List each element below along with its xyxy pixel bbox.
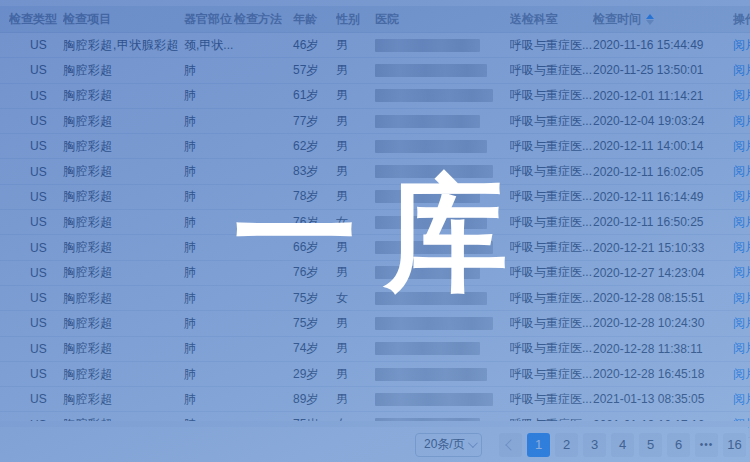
page-button-16[interactable]: 16 — [723, 433, 746, 457]
cell-item: 胸腔彩超 — [63, 239, 184, 256]
view-images-link[interactable]: 阅片 — [733, 367, 750, 381]
cell-action: 阅片 — [733, 163, 750, 180]
cell-item: 胸腔彩超 — [63, 188, 184, 205]
cell-time: 2020-12-01 11:14:21 — [593, 89, 733, 103]
cell-dept: 呼吸与重症医... — [510, 188, 593, 205]
cell-action: 阅片 — [733, 264, 750, 281]
view-images-link[interactable]: 阅片 — [733, 189, 750, 203]
cell-type: US — [9, 316, 63, 330]
cell-organ: 肺 — [184, 264, 234, 281]
column-header-label: 检查方法 — [234, 11, 282, 28]
cell-hospital — [375, 266, 510, 279]
cell-age: 77岁 — [293, 113, 336, 130]
cell-age: 83岁 — [293, 163, 336, 180]
cell-action: 阅片 — [733, 37, 750, 54]
view-images-link[interactable]: 阅片 — [733, 265, 750, 279]
table-row: US胸腔彩超肺61岁男呼吸与重症医...2020-12-01 11:14:21阅… — [0, 84, 750, 109]
cell-dept: 呼吸与重症医... — [510, 264, 593, 281]
cell-hospital — [375, 165, 510, 178]
cell-age: 57岁 — [293, 62, 336, 79]
pagination: 20条/页 123456•••16 — [0, 427, 748, 462]
hospital-redacted-block — [375, 64, 487, 77]
view-images-link[interactable]: 阅片 — [733, 240, 750, 254]
hospital-redacted-block — [375, 292, 487, 305]
column-header-action: 操作 — [733, 11, 750, 28]
cell-age: 76岁 — [293, 264, 336, 281]
cell-item: 胸腔彩超 — [63, 87, 184, 104]
column-header-time[interactable]: 检查时间 — [593, 11, 733, 28]
cell-gender: 男 — [336, 188, 375, 205]
sort-caret-icon[interactable] — [646, 14, 654, 25]
view-images-link[interactable]: 阅片 — [733, 316, 750, 330]
cell-time: 2020-11-16 15:44:49 — [593, 38, 733, 52]
exam-list-page: 检查类型检查项目器官部位检查方法年龄性别医院送检科室检查时间操作 US胸腔彩超,… — [0, 0, 750, 462]
cell-age: 74岁 — [293, 340, 336, 357]
view-images-link[interactable]: 阅片 — [733, 114, 750, 128]
cell-organ: 肺 — [184, 188, 234, 205]
hospital-redacted-block — [375, 342, 480, 355]
cell-gender: 男 — [336, 239, 375, 256]
cell-item: 胸腔彩超 — [63, 315, 184, 332]
cell-action: 阅片 — [733, 214, 750, 231]
cell-gender: 男 — [336, 37, 375, 54]
cell-gender: 男 — [336, 366, 375, 383]
pager-more[interactable]: ••• — [695, 433, 718, 457]
view-images-link[interactable]: 阅片 — [733, 139, 750, 153]
page-button-2[interactable]: 2 — [555, 433, 578, 457]
cell-type: US — [9, 291, 63, 305]
table-row: US胸腔彩超,甲状腺彩超颈,甲状...46岁男呼吸与重症医...2020-11-… — [0, 33, 750, 58]
page-button-5[interactable]: 5 — [639, 433, 662, 457]
cell-age: 75岁 — [293, 290, 336, 307]
cell-age: 46岁 — [293, 37, 336, 54]
page-button-6[interactable]: 6 — [667, 433, 690, 457]
view-images-link[interactable]: 阅片 — [733, 392, 750, 406]
view-images-link[interactable]: 阅片 — [733, 291, 750, 305]
cell-hospital — [375, 342, 510, 355]
cell-time: 2020-12-11 16:14:49 — [593, 190, 733, 204]
page-button-4[interactable]: 4 — [611, 433, 634, 457]
table-row: US胸腔彩超肺66岁男呼吸与重症医...2020-12-21 15:10:33阅… — [0, 235, 750, 260]
view-images-link[interactable]: 阅片 — [733, 63, 750, 77]
view-images-link[interactable]: 阅片 — [733, 164, 750, 178]
cell-age: 75岁 — [293, 315, 336, 332]
column-header-label: 年龄 — [293, 11, 317, 28]
cell-action: 阅片 — [733, 290, 750, 307]
cell-organ: 肺 — [184, 62, 234, 79]
cell-dept: 呼吸与重症医... — [510, 87, 593, 104]
cell-action: 阅片 — [733, 315, 750, 332]
cell-type: US — [9, 367, 63, 381]
cell-organ: 肺 — [184, 113, 234, 130]
cell-age: 61岁 — [293, 87, 336, 104]
cell-time: 2021-01-13 08:35:05 — [593, 392, 733, 406]
cell-action: 阅片 — [733, 113, 750, 130]
cell-gender: 男 — [336, 264, 375, 281]
view-images-link[interactable]: 阅片 — [733, 38, 750, 52]
view-images-link[interactable]: 阅片 — [733, 88, 750, 102]
cell-hospital — [375, 292, 510, 305]
table-row: US胸腔彩超肺75岁女呼吸与重症医...2020-12-28 08:15:51阅… — [0, 286, 750, 311]
table-row: US胸腔彩超肺76岁男呼吸与重症医...2020-12-27 14:23:04阅… — [0, 261, 750, 286]
page-size-select[interactable]: 20条/页 — [415, 433, 482, 457]
cell-organ: 肺 — [184, 214, 234, 231]
table-header: 检查类型检查项目器官部位检查方法年龄性别医院送检科室检查时间操作 — [0, 6, 750, 33]
chevron-down-icon — [468, 438, 478, 448]
hospital-redacted-block — [375, 89, 493, 102]
page-button-1[interactable]: 1 — [527, 433, 550, 457]
column-header-dept: 送检科室 — [510, 11, 593, 28]
cell-item: 胸腔彩超 — [63, 62, 184, 79]
cell-gender: 男 — [336, 315, 375, 332]
view-images-link[interactable]: 阅片 — [733, 341, 750, 355]
cell-time: 2020-12-21 15:10:33 — [593, 241, 733, 255]
cell-age: 62岁 — [293, 138, 336, 155]
cell-time: 2020-12-04 19:03:24 — [593, 114, 733, 128]
cell-organ: 肺 — [184, 87, 234, 104]
prev-page-button[interactable] — [499, 433, 522, 457]
column-header-label: 器官部位 — [184, 11, 232, 28]
cell-gender: 男 — [336, 87, 375, 104]
cell-item: 胸腔彩超 — [63, 391, 184, 408]
cell-age: 78岁 — [293, 188, 336, 205]
cell-gender: 男 — [336, 138, 375, 155]
hospital-redacted-block — [375, 140, 487, 153]
view-images-link[interactable]: 阅片 — [733, 215, 750, 229]
page-button-3[interactable]: 3 — [583, 433, 606, 457]
